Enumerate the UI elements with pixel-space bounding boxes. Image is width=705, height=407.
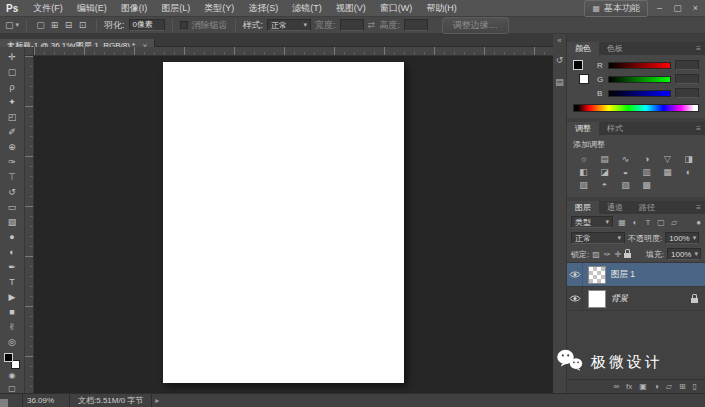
- tab-styles[interactable]: 样式: [599, 122, 631, 135]
- visibility-eye-icon[interactable]: [567, 263, 583, 286]
- background-color-swatch[interactable]: [579, 74, 589, 84]
- layer-filter-dropdown[interactable]: 类型 ▾: [571, 216, 613, 228]
- blur-tool[interactable]: ●: [0, 230, 24, 245]
- layer-row-layer-1[interactable]: 图层 1: [567, 263, 705, 287]
- panel-menu-icon[interactable]: ≡: [692, 122, 705, 135]
- properties-panel-button[interactable]: ▤: [555, 77, 564, 87]
- status-expand-icon[interactable]: ▸: [152, 396, 159, 405]
- curves-adjustment-icon[interactable]: ∿: [615, 153, 636, 166]
- lock-all-icon[interactable]: [624, 253, 631, 258]
- vibrance-adjustment-icon[interactable]: ▽: [657, 153, 678, 166]
- restore-button[interactable]: ▢: [671, 1, 684, 16]
- menu-item[interactable]: 帮助(H): [419, 0, 464, 16]
- adjustment-layer-filter-icon[interactable]: ◐: [629, 218, 641, 227]
- quick-selection-tool[interactable]: ✦: [0, 95, 24, 110]
- gradient-tool[interactable]: ▧: [0, 215, 24, 230]
- lock-pixels-icon[interactable]: ✑: [604, 250, 611, 259]
- posterize-adjustment-icon[interactable]: ▨: [573, 179, 594, 192]
- canvas-background[interactable]: [34, 56, 553, 393]
- tab-color[interactable]: 颜色: [567, 42, 599, 55]
- vertical-ruler[interactable]: [25, 56, 34, 393]
- panel-menu-icon[interactable]: ≡: [692, 42, 705, 55]
- layer-thumbnail[interactable]: [588, 266, 606, 284]
- menu-item[interactable]: 图层(L): [154, 0, 197, 16]
- zoom-level-input[interactable]: 36.09%: [22, 394, 70, 407]
- hand-tool[interactable]: ✌: [0, 320, 24, 335]
- photo-filter-adjustment-icon[interactable]: ◒: [615, 166, 636, 179]
- close-button[interactable]: ×: [689, 1, 702, 16]
- crop-tool[interactable]: ◰: [0, 110, 24, 125]
- ruler-corner[interactable]: [25, 47, 34, 56]
- levels-adjustment-icon[interactable]: ▤: [594, 153, 615, 166]
- rectangular-marquee-tool[interactable]: ▢: [0, 65, 24, 80]
- subtract-from-selection-mode-icon[interactable]: ⊟: [62, 19, 75, 32]
- height-input[interactable]: [404, 19, 428, 31]
- gradient-map-adjustment-icon[interactable]: ▧: [615, 179, 636, 192]
- expand-dock-icon[interactable]: «: [557, 37, 561, 45]
- lock-position-icon[interactable]: ✛: [615, 250, 622, 259]
- fill-dropdown[interactable]: 100% ▾: [667, 248, 701, 260]
- clone-stamp-tool[interactable]: ⊤: [0, 170, 24, 185]
- rectangle-tool[interactable]: ■: [0, 305, 24, 320]
- horizontal-ruler[interactable]: [34, 47, 553, 56]
- menu-item[interactable]: 文件(F): [26, 0, 70, 16]
- blue-slider[interactable]: [608, 90, 671, 97]
- tab-channels[interactable]: 通道: [599, 201, 631, 214]
- new-group-button[interactable]: ▱: [666, 380, 672, 393]
- pixel-layer-filter-icon[interactable]: ▦: [616, 218, 628, 227]
- antialias-checkbox[interactable]: [180, 21, 188, 29]
- foreground-color-swatch[interactable]: [573, 60, 583, 70]
- green-value-input[interactable]: [675, 74, 699, 84]
- lock-transparency-icon[interactable]: ▨: [592, 250, 600, 259]
- feather-input[interactable]: 0像素: [129, 19, 165, 31]
- tab-adjustments[interactable]: 调整: [567, 122, 599, 135]
- black-white-adjustment-icon[interactable]: ◪: [594, 166, 615, 179]
- tab-layers[interactable]: 图层: [567, 201, 599, 214]
- color-spectrum-ramp[interactable]: [573, 104, 699, 112]
- width-input[interactable]: [340, 19, 364, 31]
- threshold-adjustment-icon[interactable]: ◓: [594, 179, 615, 192]
- filter-toggle-icon[interactable]: ●: [696, 218, 701, 227]
- red-value-input[interactable]: [675, 60, 699, 70]
- link-layers-button[interactable]: ∞: [613, 380, 619, 393]
- eraser-tool[interactable]: ▭: [0, 200, 24, 215]
- menu-item[interactable]: 视图(V): [329, 0, 373, 16]
- menu-item[interactable]: 选择(S): [241, 0, 285, 16]
- brightness-contrast-adjustment-icon[interactable]: ☼: [573, 153, 594, 166]
- quick-mask-button[interactable]: ◉: [9, 369, 16, 382]
- green-slider[interactable]: [608, 76, 671, 83]
- style-dropdown[interactable]: 正常 ▾: [267, 19, 311, 31]
- workspace-switcher[interactable]: ▦ 基本功能: [584, 0, 648, 17]
- layer-effects-button[interactable]: fx: [626, 380, 632, 393]
- minimize-button[interactable]: –: [653, 1, 666, 16]
- document-canvas[interactable]: [163, 62, 404, 383]
- add-layer-mask-button[interactable]: ▣: [639, 380, 647, 393]
- brush-tool[interactable]: ✑: [0, 155, 24, 170]
- blue-value-input[interactable]: [675, 88, 699, 98]
- blend-mode-dropdown[interactable]: 正常 ▾: [571, 232, 625, 244]
- tab-swatches[interactable]: 色板: [599, 42, 631, 55]
- history-panel-button[interactable]: ↺: [556, 55, 564, 65]
- layer-row-background[interactable]: 背景: [567, 287, 705, 311]
- history-brush-tool[interactable]: ↺: [0, 185, 24, 200]
- smart-object-filter-icon[interactable]: ▱: [668, 218, 680, 227]
- channel-mixer-adjustment-icon[interactable]: ▥: [636, 166, 657, 179]
- eyedropper-tool[interactable]: ✐: [0, 125, 24, 140]
- resize-grip[interactable]: [0, 399, 8, 407]
- horizontal-type-tool[interactable]: T: [0, 275, 24, 290]
- move-tool[interactable]: ✛: [0, 50, 24, 65]
- zoom-tool[interactable]: ◎: [0, 335, 24, 350]
- hue-saturation-adjustment-icon[interactable]: ◨: [678, 153, 699, 166]
- delete-layer-button[interactable]: ▯: [693, 380, 697, 393]
- menu-item[interactable]: 图像(I): [114, 0, 155, 16]
- refine-edge-button[interactable]: 调整边缘…: [442, 17, 509, 34]
- tool-preset-picker[interactable]: ▢ ▾: [5, 20, 19, 30]
- new-selection-mode-icon[interactable]: ▢: [34, 19, 47, 32]
- exposure-adjustment-icon[interactable]: ◑: [636, 153, 657, 166]
- foreground-color-swatch[interactable]: [4, 353, 13, 362]
- new-adjustment-layer-button[interactable]: ◑: [654, 380, 659, 393]
- layer-thumbnail[interactable]: [588, 290, 606, 308]
- swap-dimensions-icon[interactable]: ⇄: [368, 20, 376, 30]
- panel-menu-icon[interactable]: ≡: [692, 201, 705, 214]
- intersect-selection-mode-icon[interactable]: ⊡: [76, 19, 89, 32]
